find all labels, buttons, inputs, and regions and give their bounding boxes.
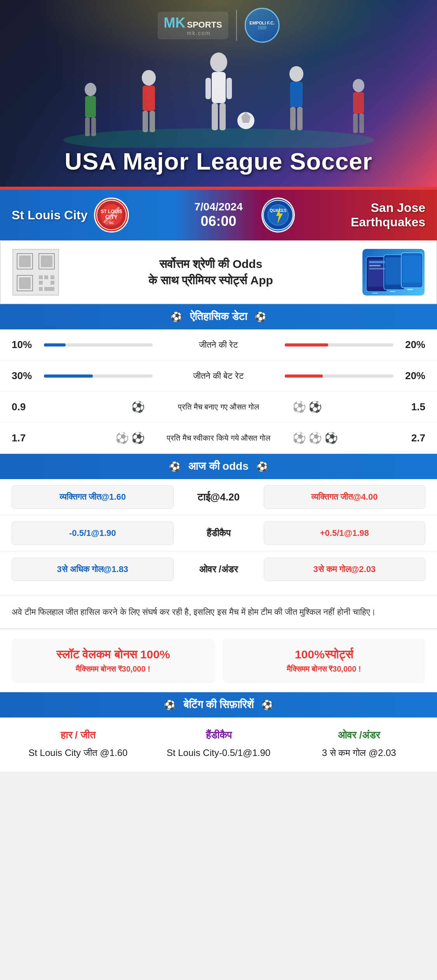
svg-point-7 <box>142 70 156 86</box>
hero-content: USA Major League Soccer <box>0 147 437 175</box>
svg-rect-10 <box>150 111 155 132</box>
players-svg <box>44 31 393 148</box>
bonus-slots-title: स्लॉट वेलकम बोनस 100% <box>21 648 205 662</box>
svg-rect-54 <box>385 257 404 285</box>
stat-bar-right-win <box>277 343 395 346</box>
betting-col-ou-value: 3 से कम गोल @2.03 <box>292 746 425 760</box>
odds-away-win[interactable]: व्यक्तिगत जीत@4.00 <box>264 485 426 509</box>
svg-rect-16 <box>85 96 96 117</box>
odds-section: ⚽ आज की odds ⚽ व्यक्तिगत जीत@1.60 टाई@4.… <box>0 454 437 595</box>
betting-ball-right: ⚽ <box>261 700 273 710</box>
bar-fill-left-bet <box>44 374 93 378</box>
promo-banner[interactable]: सर्वोत्तम श्रेणी की Odds के साथ प्रीमियर… <box>0 240 437 304</box>
odds-home-win[interactable]: व्यक्तिगत जीत@1.60 <box>12 485 174 509</box>
odds-handicap-left[interactable]: -0.5/1@1.90 <box>12 522 174 545</box>
stat-left-bet: 30% <box>12 370 43 382</box>
svg-rect-40 <box>41 256 52 267</box>
betting-header: ⚽ बेटिंग की सिफ़ारिशें ⚽ <box>0 692 437 718</box>
ball-icon-l1: ⚽ <box>115 432 129 444</box>
ball-icon-r5: ⚽ <box>324 432 338 444</box>
svg-rect-42 <box>19 277 31 289</box>
goals-icons-left-conceded: ⚽ ⚽ <box>43 432 153 444</box>
svg-rect-45 <box>50 275 54 279</box>
phones-svg <box>364 251 423 294</box>
match-header: St Louis City ST LOUIS CITY SC 7/04/2024… <box>0 190 437 240</box>
svg-rect-55 <box>390 291 395 292</box>
betting-col-ou-header: ओवर /अंडर <box>292 729 425 741</box>
odds-tie[interactable]: टाई@4.20 <box>180 491 258 503</box>
soccer-ball-left: ⚽ <box>171 312 182 322</box>
svg-rect-52 <box>372 293 378 294</box>
home-team-logo: ST LOUIS CITY SC <box>94 198 129 233</box>
promo-qr-code <box>12 249 59 296</box>
ball-icon-r2: ⚽ <box>308 401 322 413</box>
odds-row-3[interactable]: 3से अधिक गोल@1.83 ओवर /अंडर 3से कम गोल@2… <box>0 551 437 587</box>
away-team: QUAKES San Jose Earthquakes <box>261 198 426 233</box>
svg-rect-57 <box>403 256 421 283</box>
odds-ball-left: ⚽ <box>169 461 181 472</box>
home-team-name: St Louis City <box>12 208 88 222</box>
svg-rect-5 <box>205 78 211 99</box>
bar-track-left-bet <box>44 374 153 378</box>
match-info: 7/04/2024 06:00 <box>176 201 261 229</box>
stat-row-winrate: 10% जीतने की रेट 20% <box>0 329 437 360</box>
odds-handicap-right[interactable]: +0.5/1@1.98 <box>264 522 426 545</box>
svg-point-0 <box>63 128 374 148</box>
bar-fill-left-win <box>44 343 66 346</box>
promo-phones <box>362 249 425 296</box>
bar-track-right-bet <box>285 374 393 378</box>
stat-bar-left-win <box>43 343 160 346</box>
ball-icon-r4: ⚽ <box>308 432 322 444</box>
betting-recommendations-row: हार / जीत St Louis City जीत @1.60 हैंडीक… <box>0 718 437 772</box>
goals-scored-label: प्रति मैच बनाए गए औसत गोल <box>153 402 285 411</box>
match-time: 06:00 <box>184 213 254 229</box>
betting-title: बेटिंग की सिफ़ारिशें <box>183 698 254 711</box>
stat-left-win: 10% <box>12 339 43 351</box>
ball-icon-l2: ⚽ <box>131 432 145 444</box>
red-strip <box>0 187 437 190</box>
bonus-card-slots[interactable]: स्लॉट वेलकम बोनस 100% मैक्सिमम बोनस ₹30,… <box>12 639 215 683</box>
betting-section: ⚽ बेटिंग की सिफ़ारिशें ⚽ हार / जीत St Lo… <box>0 692 437 772</box>
svg-rect-51 <box>368 259 386 287</box>
goals-right-scored: 1.5 <box>394 401 425 413</box>
bonus-sports-title: 100%स्पोर्ट्स <box>232 648 416 662</box>
promo-line1: सर्वोत्तम श्रेणी की Odds <box>67 256 355 272</box>
svg-rect-59 <box>369 261 385 263</box>
bonus-card-sports[interactable]: 100%स्पोर्ट्स मैक्सिमम बोनस ₹30,000 ! <box>223 639 426 683</box>
odds-row-1[interactable]: व्यक्तिगत जीत@1.60 टाई@4.20 व्यक्तिगत जी… <box>0 479 437 515</box>
bar-track-left-win <box>44 343 153 346</box>
svg-rect-49 <box>44 287 54 291</box>
historical-title: ऐतिहासिक डेटा <box>190 310 247 323</box>
svg-rect-47 <box>50 281 54 285</box>
betting-col-ou: ओवर /अंडर 3 से कम गोल @2.03 <box>292 729 425 760</box>
players-decoration <box>0 31 437 148</box>
bonus-sports-title-text: 100%स्पोर्ट्स <box>295 648 353 661</box>
odds-header: ⚽ आज की odds ⚽ <box>0 454 437 479</box>
svg-point-15 <box>85 83 96 96</box>
qr-svg <box>13 250 58 295</box>
hero-banner: MK SPORTS mk.com EMPOLI F.C. 1920 <box>0 0 437 187</box>
svg-rect-60 <box>369 265 381 266</box>
odds-row-2[interactable]: -0.5/1@1.90 हैंडीकैप +0.5/1@1.98 <box>0 515 437 551</box>
league-title: USA Major League Soccer <box>0 147 437 175</box>
svg-rect-9 <box>143 111 148 132</box>
stat-right-win: 20% <box>394 339 425 351</box>
bonus-sports-subtitle: मैक्सिमम बोनस ₹30,000 ! <box>232 665 416 674</box>
odds-over[interactable]: 3से अधिक गोल@1.83 <box>12 558 174 581</box>
svg-rect-17 <box>85 117 90 136</box>
odds-title: आज की odds <box>188 460 248 473</box>
svg-point-1 <box>210 52 227 72</box>
svg-rect-12 <box>290 82 303 107</box>
betting-col-handicap-value: St Louis City-0.5/1@1.90 <box>152 746 285 760</box>
ball-icon-1: ⚽ <box>131 401 145 413</box>
promo-text: सर्वोत्तम श्रेणी की Odds के साथ प्रीमियर… <box>67 256 355 289</box>
home-logo-svg: ST LOUIS CITY SC <box>96 200 127 231</box>
match-date: 7/04/2024 <box>184 201 254 213</box>
odds-under[interactable]: 3से कम गोल@2.03 <box>264 558 426 581</box>
svg-rect-58 <box>407 289 413 290</box>
ball-icon-r3: ⚽ <box>292 432 306 444</box>
stat-right-bet: 20% <box>394 370 425 382</box>
bonus-section[interactable]: स्लॉट वेलकम बोनस 100% मैक्सिमम बोनस ₹30,… <box>0 628 437 692</box>
svg-rect-22 <box>359 114 364 133</box>
away-team-name: San Jose Earthquakes <box>301 201 426 229</box>
